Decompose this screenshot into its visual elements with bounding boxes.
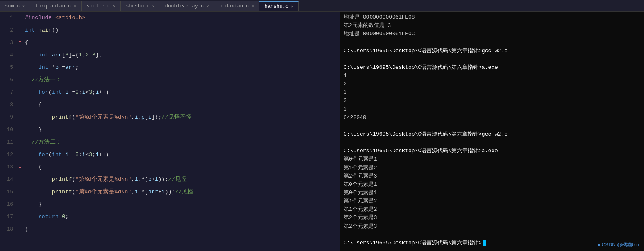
line-content: //方法二：: [23, 136, 340, 149]
line-marker: =: [17, 161, 23, 173]
line-content: int arr[3]={1,2,3};: [23, 49, 340, 61]
terminal-line: [344, 139, 641, 147]
tab-label: doublearray.c: [165, 3, 204, 9]
tab-forqiantaoc[interactable]: forqiantao.c✕: [30, 1, 81, 11]
tab-label: bidaxiao.c: [219, 3, 249, 9]
watermark: ♦ CSDN @橘猫0.o: [598, 241, 639, 249]
code-line-4: 4 int arr[3]={1,2,3};: [0, 49, 340, 61]
line-content: printf("第%d个元素是%d\n",i,p[i]);//见怪不怪: [23, 111, 340, 124]
terminal-cursor: [483, 240, 486, 246]
terminal-area: 地址是 000000000061FE08第2元素的数值是 3地址是 000000…: [340, 12, 644, 251]
tab-label: sum.c: [5, 3, 20, 9]
watermark-diamond: ♦: [598, 242, 600, 248]
line-number: 13: [0, 161, 17, 173]
terminal-line: C:\Users\19695\Desktop\C语言源代码\第六章指针>a.ex…: [344, 63, 641, 72]
terminal-line: 第2个元素是3: [344, 214, 641, 222]
code-line-16: 16 }: [0, 198, 340, 211]
line-marker: =: [17, 37, 23, 49]
line-content: {: [23, 161, 340, 173]
tab-bar: sum.c✕forqiantao.c✕shulie.c✕shushu.c✕dou…: [0, 0, 644, 12]
code-line-6: 6 //方法一：: [0, 74, 340, 86]
line-number: 8: [0, 99, 17, 111]
line-content: printf("第%d个元素是%d\n",i,*(p+i));//见怪: [23, 173, 340, 186]
code-line-2: 2int main(): [0, 24, 340, 37]
tab-sumc[interactable]: sum.c✕: [0, 1, 30, 11]
line-number: 12: [0, 149, 17, 161]
line-number: 4: [0, 49, 17, 61]
line-number: 11: [0, 136, 17, 149]
code-line-3: 3={: [0, 37, 340, 49]
code-line-5: 5 int *p =arr;: [0, 61, 340, 74]
terminal-line: 0: [344, 97, 641, 105]
line-content: }: [23, 223, 340, 236]
terminal-line: 2: [344, 80, 641, 88]
line-content: int main(): [23, 24, 340, 37]
line-number: 7: [0, 86, 17, 99]
line-content: }: [23, 198, 340, 211]
code-line-14: 14 printf("第%d个元素是%d\n",i,*(p+i));//见怪: [0, 173, 340, 186]
code-line-17: 17 return 0;: [0, 211, 340, 223]
terminal-line: 第1个元素是2: [344, 164, 641, 172]
tab-close-icon[interactable]: ✕: [291, 4, 293, 9]
terminal-line: 6422040: [344, 114, 641, 122]
editor-area: 1#include <stdio.h>2int main()3={4 int a…: [0, 12, 340, 251]
tab-shushuc[interactable]: shushu.c✕: [121, 1, 160, 11]
tab-close-icon[interactable]: ✕: [73, 4, 76, 9]
terminal-line: [344, 55, 641, 63]
terminal-line: 第2个元素是3: [344, 172, 641, 180]
line-number: 6: [0, 74, 17, 86]
tab-close-icon[interactable]: ✕: [152, 4, 155, 9]
tab-close-icon[interactable]: ✕: [206, 4, 209, 9]
terminal-line: 第1个元素是2: [344, 205, 641, 214]
tab-close-icon[interactable]: ✕: [113, 4, 115, 9]
line-content: int *p =arr;: [23, 61, 340, 74]
tab-label: shulie.c: [87, 3, 111, 9]
terminal-line: 地址是 000000000061FE0C: [344, 30, 641, 38]
code-line-13: 13= {: [0, 161, 340, 173]
terminal-line: C:\Users\19695\Desktop\C语言源代码\第六章指针>gcc …: [344, 130, 641, 139]
terminal-line: 第2元素的数值是 3: [344, 22, 641, 30]
terminal-line: 第0个元素是1: [344, 189, 641, 197]
line-number: 5: [0, 61, 17, 74]
line-number: 3: [0, 37, 17, 49]
terminal-line: 地址是 000000000061FE08: [344, 13, 641, 22]
tab-bidaxiaoc[interactable]: bidaxiao.c✕: [214, 1, 259, 11]
line-content: printf("第%d个元素是%d\n",i,*(arr+i));//见怪: [23, 186, 340, 198]
line-content: //方法一：: [23, 74, 340, 86]
line-number: 1: [0, 12, 17, 24]
line-number: 2: [0, 24, 17, 37]
terminal-line: C:\Users\19695\Desktop\C语言源代码\第六章指针>a.ex…: [344, 147, 641, 155]
tab-hanshuc[interactable]: hanshu.c✕: [259, 1, 299, 11]
tab-close-icon[interactable]: ✕: [251, 4, 254, 9]
code-line-8: 8= {: [0, 99, 340, 111]
line-content: #include <stdio.h>: [23, 12, 340, 24]
terminal-line: 第0个元素是1: [344, 155, 641, 163]
line-content: for(int i =0;i<3;i++): [23, 86, 340, 99]
code-line-18: 18}: [0, 223, 340, 236]
line-content: for(int i =0;i<3;i++): [23, 149, 340, 161]
tab-shuliec[interactable]: shulie.c✕: [82, 1, 121, 11]
line-number: 14: [0, 173, 17, 186]
line-content: }: [23, 124, 340, 136]
tab-close-icon[interactable]: ✕: [22, 4, 25, 9]
terminal-line: [344, 122, 641, 130]
code-line-15: 15 printf("第%d个元素是%d\n",i,*(arr+i));//见怪: [0, 186, 340, 198]
terminal-line: [344, 231, 641, 239]
line-number: 9: [0, 111, 17, 124]
code-line-12: 12 for(int i =0;i<3;i++): [0, 149, 340, 161]
terminal-line: 第1个元素是2: [344, 197, 641, 205]
code-line-11: 11 //方法二：: [0, 136, 340, 149]
tab-label: shushu.c: [126, 3, 150, 9]
code-line-9: 9 printf("第%d个元素是%d\n",i,p[i]);//见怪不怪: [0, 111, 340, 124]
code-line-10: 10 }: [0, 124, 340, 136]
terminal-line: 第2个元素是3: [344, 222, 641, 231]
line-number: 16: [0, 198, 17, 211]
code-line-1: 1#include <stdio.h>: [0, 12, 340, 24]
terminal-line: 3: [344, 88, 641, 97]
terminal-line: C:\Users\19695\Desktop\C语言源代码\第六章指针>: [344, 239, 641, 247]
terminal-line: 第0个元素是1: [344, 180, 641, 189]
tab-label: hanshu.c: [264, 4, 288, 10]
tab-doublearrayc[interactable]: doublearray.c✕: [160, 1, 215, 11]
line-content: return 0;: [23, 211, 340, 223]
line-content: {: [23, 99, 340, 111]
